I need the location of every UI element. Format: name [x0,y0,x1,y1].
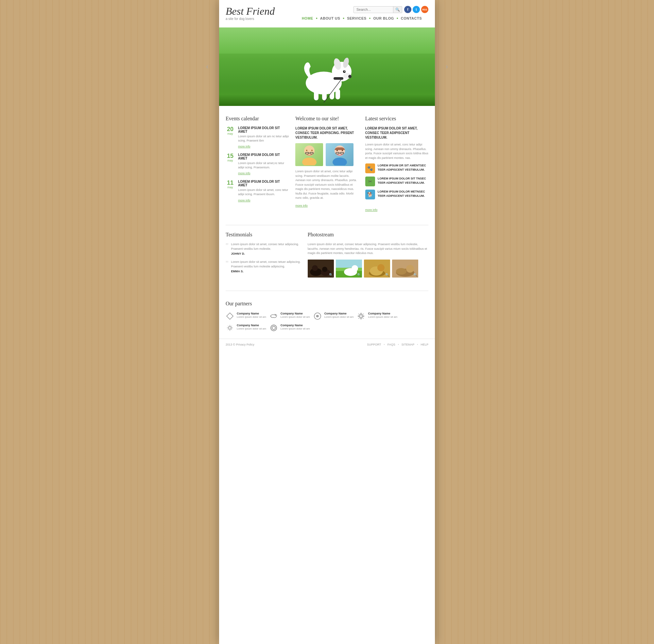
testimonial-item-2: " Lorem ipsum dolor sit amet, consec tet… [226,260,301,273]
svg-point-14 [304,145,315,156]
footer-link-help[interactable]: HELP [421,343,428,346]
rss-icon[interactable]: RSS [421,6,428,13]
testimonial-content-2: Lorem ipsum dolor sit amet, consec tetue… [231,260,301,273]
partner-item-2: Company Name Lorem ipsum dolor sit am [269,312,310,320]
svg-point-37 [352,265,358,272]
zoom-icon-4: 🔍 [413,273,417,277]
navigation: HOME • ABOUT US • SERVICES • OUR BLOG • … [295,16,428,24]
service-text-1: LOREM IPSUM DR SIT AMENTSEC TEER ADIPISC… [378,163,428,171]
partner-icon-2 [269,312,278,320]
svg-point-49 [360,315,362,317]
header: Best Friend a site for dog lovers 🔍 f t … [219,0,435,27]
footer: 2013 © Privacy Policy SUPPORT • FAQS • S… [219,339,435,350]
partner-info-2: Company Name Lorem ipsum dolor sit am [280,312,310,319]
search-bar: 🔍 [354,6,402,13]
main-content: Events calendar 20 may LOREM IPSUM DOLOR… [219,106,435,218]
footer-link-support[interactable]: SUPPORT [367,343,381,346]
service-item-3: 🐕 LOREM IPSUM DOLOR METNSEC TEER ADIPISC… [365,190,428,200]
welcome-photos [295,143,358,166]
testimonial-name-2: EMMA S. [231,270,301,273]
photostream-intro: Lorem ipsum dolor sit amet, consec tetue… [308,242,428,256]
nav-sep-2: • [343,16,344,21]
svg-rect-12 [334,77,343,80]
nav-item-home[interactable]: HOME [302,16,313,20]
footer-link-faqs[interactable]: FAQS [387,343,395,346]
partners-title: Our partners [226,301,428,307]
event-more-2[interactable]: more info [238,171,250,175]
header-right: 🔍 f t RSS HOME • ABOUT US • SERVICES • O… [295,6,428,24]
nav-sep-4: • [397,16,398,21]
partner-name-4: Company Name [368,312,397,315]
events-title: Events calendar [226,116,289,122]
slider-next-button[interactable]: › [446,63,448,71]
event-text-1: Lorem ipsum dolor sit am nc tetur adipi … [238,134,289,142]
quote-mark-1: " [226,242,229,250]
nav-item-blog[interactable]: OUR BLOG [374,16,394,20]
man-photo [295,143,323,166]
svg-point-19 [306,150,308,151]
event-more-1[interactable]: more info [238,145,250,148]
welcome-more[interactable]: more info [295,204,308,207]
event-content-2: LOREM IPSUM DOLOR SIT AMET Lorem ipsum d… [238,153,289,175]
photo-cell-3[interactable]: 🔍 [364,259,390,278]
services-section: Latest services LOREM IPSUM DOLOR SIT AM… [365,116,428,212]
bottom-two-col: Testimonials " Lorem ipsum dolor sit ame… [219,232,435,284]
testimonials-section: Testimonials " Lorem ipsum dolor sit ame… [226,232,301,278]
partner-desc-2: Lorem ipsum dolor sit am [280,315,310,319]
photostream-section: Photostream Lorem ipsum dolor sit amet, … [308,232,428,278]
welcome-intro: LOREM IPSUM DOLOR SIT AMET, CONSEC TEER … [295,126,358,140]
search-button[interactable]: 🔍 [393,6,402,13]
partner-icon-6 [269,324,278,332]
event-date-3: 11 may [226,180,235,189]
partner-info-5: Company Name Lorem ipsum dolor sit am [237,324,266,330]
woman-portrait-svg [330,144,349,165]
services-title: Latest services [365,116,428,122]
footer-link-sitemap[interactable]: SITEMAP [402,343,415,346]
svg-point-41 [377,264,385,271]
footer-sep-3: • [417,343,418,346]
search-input[interactable] [354,6,393,13]
slider-wrapper: ‹ [219,27,435,106]
service-icon-3: 🐕 [365,190,375,200]
services-more[interactable]: more info [365,208,378,211]
partner-item-6: Company Name Lorem ipsum dolor sit am [269,324,310,332]
svg-point-3 [348,75,352,78]
divider [226,225,428,225]
partners-row: Company Name Lorem ipsum dolor sit am Co… [226,312,428,332]
page-wrapper: Best Friend a site for dog lovers 🔍 f t … [219,0,435,644]
testimonial-text-1: Lorem ipsum dolor sit amet, consec tetur… [231,242,301,251]
partner-info-3: Company Name Lorem ipsum dolor sit am [324,312,354,319]
nav-item-contacts[interactable]: CONTACTS [401,16,422,20]
service-text-3: LOREM IPSUM DOLOR METNSEC TEER ADIPISCEN… [378,190,428,198]
three-col-layout: Events calendar 20 may LOREM IPSUM DOLOR… [226,116,428,212]
zoom-icon-1: 🔍 [329,273,333,277]
quote-mark-2: " [226,260,229,268]
slider-prev-button[interactable]: ‹ [206,63,208,71]
nav-item-about[interactable]: ABOUT US [320,16,340,20]
services-desc: Lorem ipsum dolor sit amet, conc tetur a… [365,142,428,160]
twitter-icon[interactable]: t [413,6,420,13]
events-section: Events calendar 20 may LOREM IPSUM DOLOR… [226,116,289,212]
svg-point-50 [229,327,231,329]
service-icon-2: ✂ [365,177,375,186]
services-intro: LOREM IPSUM DOLOR SIT AMET, CONSEC TEER … [365,126,428,140]
svg-point-47 [275,315,276,316]
welcome-photo-man [295,143,323,166]
partner-desc-4: Lorem ipsum dolor sit am [368,315,397,319]
photo-cell-2[interactable]: 🔍 [336,259,362,278]
facebook-icon[interactable]: f [404,6,411,13]
welcome-title: Welcome to our site! [295,116,358,122]
nav-item-services[interactable]: SERVICES [347,16,366,20]
photo-cell-1[interactable]: 🔍 [308,259,334,278]
welcome-section: Welcome to our site! LOREM IPSUM DOLOR S… [295,116,358,212]
event-title-1: LOREM IPSUM DOLOR SIT AMET [238,126,289,133]
svg-point-44 [406,265,414,273]
partner-item-4: Company Name Lorem ipsum dolor sit am [357,312,397,320]
partner-desc-1: Lorem ipsum dolor sit am [237,315,266,319]
event-more-3[interactable]: more info [238,199,250,202]
footer-sep-1: • [384,343,385,346]
svg-point-52 [272,326,275,329]
dog-svg [291,37,356,102]
event-item-2: 15 may LOREM IPSUM DOLOR SIT AMET Lorem … [226,153,289,175]
photo-cell-4[interactable]: 🔍 [392,259,418,278]
